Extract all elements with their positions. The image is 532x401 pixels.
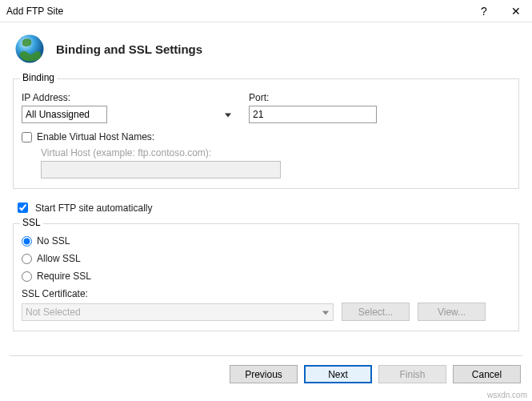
close-button[interactable]: ✕ [500, 0, 532, 22]
page-title: Binding and SSL Settings [56, 42, 202, 56]
ssl-group: SSL No SSL Allow SSL Require SSL SSL Cer… [13, 223, 519, 331]
ssl-certificate-select: Not Selected [22, 303, 334, 321]
enable-virtual-host-label: Enable Virtual Host Names: [37, 131, 154, 142]
finish-button: Finish [378, 365, 446, 383]
previous-button[interactable]: Previous [230, 365, 298, 383]
port-input[interactable] [249, 106, 377, 123]
ssl-select-button: Select... [342, 303, 410, 321]
no-ssl-label: No SSL [37, 235, 70, 247]
require-ssl-radio[interactable] [22, 271, 32, 282]
enable-virtual-host-checkbox[interactable] [22, 132, 32, 142]
port-label: Port: [249, 92, 377, 103]
binding-group: Binding IP Address: All Unassigned Port:… [13, 78, 519, 189]
watermark: wsxdn.com [487, 391, 527, 399]
ssl-certificate-label: SSL Certificate: [22, 288, 510, 299]
binding-legend: Binding [20, 72, 57, 83]
ssl-view-button: View... [418, 303, 486, 321]
ssl-legend: SSL [20, 217, 43, 228]
allow-ssl-label: Allow SSL [37, 253, 81, 264]
ip-address-label: IP Address: [22, 92, 236, 103]
titlebar: Add FTP Site ? ✕ [0, 0, 532, 22]
window-title: Add FTP Site [6, 6, 468, 17]
wizard-footer: Previous Next Finish Cancel [230, 365, 521, 383]
next-button[interactable]: Next [304, 365, 372, 383]
require-ssl-label: Require SSL [37, 271, 91, 282]
footer-separator [10, 355, 522, 356]
virtual-host-label: Virtual Host (example: ftp.contoso.com): [41, 147, 510, 158]
autostart-label: Start FTP site automatically [35, 203, 153, 214]
allow-ssl-radio[interactable] [22, 254, 32, 264]
ip-address-select[interactable]: All Unassigned [22, 106, 107, 123]
cancel-button[interactable]: Cancel [453, 365, 521, 383]
wizard-header: Binding and SSL Settings [0, 22, 532, 78]
globe-icon [13, 32, 46, 66]
autostart-checkbox[interactable] [18, 203, 28, 213]
virtual-host-input [41, 161, 281, 178]
wizard-content: Binding IP Address: All Unassigned Port:… [0, 78, 532, 331]
no-ssl-radio[interactable] [22, 236, 32, 247]
help-button[interactable]: ? [468, 0, 500, 22]
